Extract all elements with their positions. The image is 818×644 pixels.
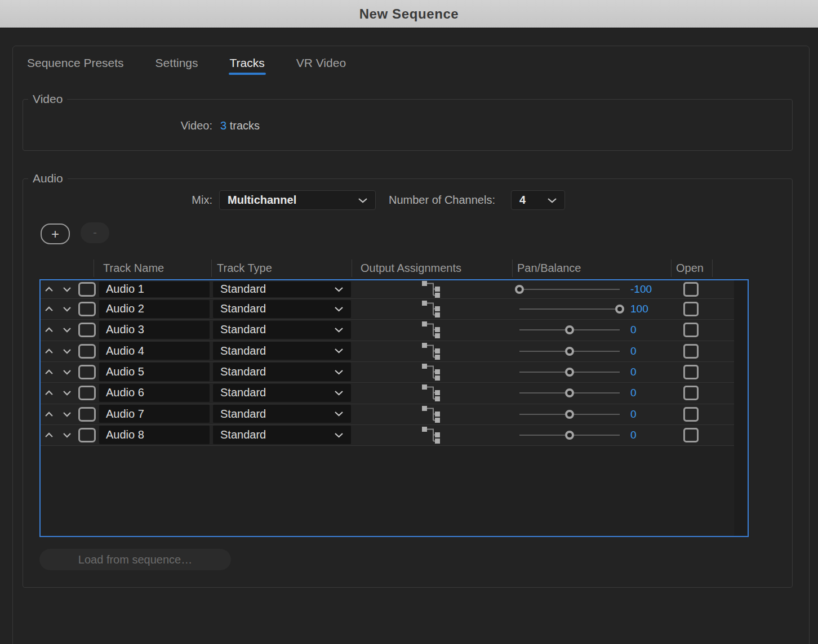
output-assignments-icon[interactable] — [422, 364, 440, 381]
column-header-pan-balance: Pan/Balance — [517, 262, 581, 275]
move-track-down-icon[interactable] — [63, 390, 72, 396]
output-assignments-icon[interactable] — [422, 321, 440, 338]
track-type-dropdown[interactable]: Standard — [213, 281, 351, 297]
track-select-checkbox[interactable] — [78, 428, 96, 442]
pan-value[interactable]: 0 — [630, 345, 637, 357]
pan-slider-knob[interactable] — [565, 410, 574, 419]
tab-settings[interactable]: Settings — [155, 56, 198, 75]
output-assignments-icon[interactable] — [422, 281, 440, 298]
track-select-checkbox[interactable] — [78, 386, 96, 400]
tab-tracks[interactable]: Tracks — [230, 56, 265, 75]
track-row: Audio 3 Standard 0 — [41, 320, 734, 341]
output-assignments-icon[interactable] — [422, 384, 440, 401]
track-type-dropdown[interactable]: Standard — [213, 384, 351, 402]
pan-slider-knob[interactable] — [615, 305, 624, 314]
track-select-checkbox[interactable] — [78, 323, 96, 337]
pan-slider-knob[interactable] — [515, 285, 524, 294]
output-assignments-icon[interactable] — [422, 343, 440, 360]
add-track-button[interactable]: + — [41, 223, 70, 244]
table-scrollbar-gutter[interactable] — [734, 280, 748, 536]
channels-dropdown[interactable]: 4 — [511, 190, 565, 210]
track-open-checkbox[interactable] — [683, 344, 699, 359]
track-type-dropdown[interactable]: Standard — [213, 363, 351, 381]
mix-dropdown[interactable]: Multichannel — [219, 190, 376, 210]
header-divider — [352, 260, 352, 277]
pan-slider-knob[interactable] — [565, 431, 574, 440]
column-header-open: Open — [676, 262, 704, 275]
pan-value[interactable]: 0 — [630, 408, 637, 421]
column-header-track-type: Track Type — [217, 262, 272, 275]
track-type-dropdown[interactable]: Standard — [213, 426, 351, 444]
load-from-sequence-button[interactable]: Load from sequence… — [39, 549, 231, 570]
tab-sequence-presets[interactable]: Sequence Presets — [27, 56, 124, 75]
track-type-dropdown[interactable]: Standard — [213, 405, 351, 423]
move-track-up-icon[interactable] — [45, 348, 54, 354]
move-track-down-icon[interactable] — [63, 306, 72, 312]
move-track-up-icon[interactable] — [45, 411, 54, 417]
move-track-up-icon[interactable] — [45, 390, 54, 396]
track-open-checkbox[interactable] — [683, 302, 699, 316]
track-type-dropdown[interactable]: Standard — [213, 321, 351, 339]
track-name-input[interactable]: Audio 3 — [99, 321, 210, 339]
chevron-down-icon — [334, 306, 344, 312]
tab-vr-video[interactable]: VR Video — [296, 56, 346, 75]
move-track-down-icon[interactable] — [63, 348, 72, 354]
move-track-up-icon[interactable] — [45, 327, 54, 333]
track-open-checkbox[interactable] — [683, 323, 699, 337]
track-open-checkbox[interactable] — [683, 428, 699, 442]
column-header-track-name: Track Name — [103, 262, 164, 275]
header-divider — [671, 260, 672, 277]
audio-tracks-table: Audio 1 Standard -100 Audio 2 Standard — [39, 279, 749, 537]
chevron-down-icon — [547, 198, 557, 203]
output-assignments-icon[interactable] — [422, 427, 440, 444]
track-open-checkbox[interactable] — [683, 407, 699, 422]
chevron-down-icon — [334, 432, 344, 438]
remove-track-button[interactable]: - — [81, 222, 109, 243]
track-name-input[interactable]: Audio 2 — [99, 300, 210, 318]
track-name-input[interactable]: Audio 7 — [99, 405, 210, 423]
track-select-checkbox[interactable] — [78, 344, 96, 359]
move-track-down-icon[interactable] — [63, 432, 72, 439]
pan-value[interactable]: 100 — [630, 303, 648, 315]
move-track-down-icon[interactable] — [63, 287, 72, 293]
track-name-input[interactable]: Audio 4 — [99, 342, 210, 360]
track-select-checkbox[interactable] — [78, 365, 96, 379]
track-open-checkbox[interactable] — [683, 282, 699, 297]
output-assignments-icon[interactable] — [422, 406, 440, 423]
move-track-down-icon[interactable] — [63, 327, 72, 333]
move-track-up-icon[interactable] — [45, 287, 54, 293]
track-open-checkbox[interactable] — [683, 365, 699, 379]
track-name-input[interactable]: Audio 6 — [99, 384, 210, 402]
track-name-input[interactable]: Audio 5 — [99, 363, 210, 381]
pan-slider-knob[interactable] — [565, 325, 574, 334]
dialog-title: New Sequence — [359, 6, 459, 22]
track-select-checkbox[interactable] — [78, 282, 96, 297]
track-type-dropdown[interactable]: Standard — [213, 342, 351, 360]
move-track-up-icon[interactable] — [45, 306, 54, 312]
move-track-down-icon[interactable] — [63, 411, 72, 417]
track-open-checkbox[interactable] — [683, 386, 699, 400]
move-track-up-icon[interactable] — [45, 369, 54, 375]
track-name-input[interactable]: Audio 1 — [99, 281, 210, 297]
pan-slider-knob[interactable] — [565, 368, 574, 377]
video-tracks-count[interactable]: 3 — [220, 119, 226, 132]
track-name-input[interactable]: Audio 8 — [99, 426, 210, 444]
pan-value[interactable]: -100 — [630, 283, 652, 296]
pan-value[interactable]: 0 — [630, 366, 637, 378]
pan-value[interactable]: 0 — [630, 387, 637, 399]
pan-slider-track[interactable] — [519, 308, 620, 310]
output-assignments-icon[interactable] — [422, 301, 440, 317]
move-track-down-icon[interactable] — [63, 369, 72, 375]
dialog-titlebar[interactable]: New Sequence — [0, 0, 818, 28]
track-select-checkbox[interactable] — [78, 407, 96, 422]
chevron-down-icon — [334, 390, 344, 396]
pan-slider-track[interactable] — [519, 289, 620, 290]
chevron-down-icon — [358, 198, 368, 203]
pan-value[interactable]: 0 — [630, 324, 637, 336]
track-select-checkbox[interactable] — [78, 302, 96, 316]
move-track-up-icon[interactable] — [45, 432, 54, 439]
track-type-dropdown[interactable]: Standard — [213, 300, 351, 318]
pan-slider-knob[interactable] — [565, 388, 574, 397]
pan-slider-knob[interactable] — [565, 347, 574, 356]
pan-value[interactable]: 0 — [630, 429, 637, 441]
